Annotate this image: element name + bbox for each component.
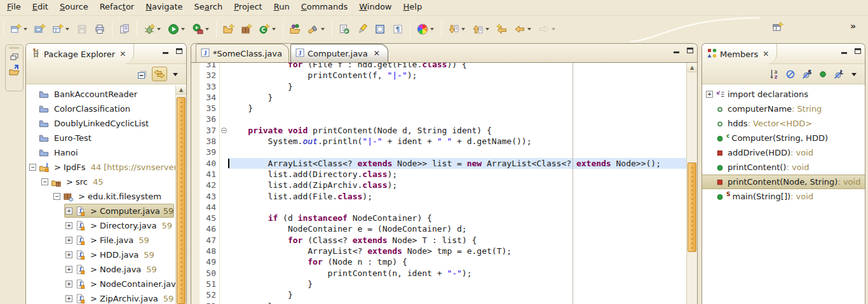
new-package-button[interactable]: [239, 22, 254, 37]
code-line-34[interactable]: 34 }: [191, 92, 686, 103]
tree-item-ipdfs[interactable]: −J> IpdFs44 [https://svnserver.i: [26, 160, 175, 175]
code-text[interactable]: }: [228, 81, 686, 92]
open-resource-perspective-icon[interactable]: [6, 64, 23, 76]
last-edit-location-button[interactable]: [494, 22, 510, 37]
member-item-adddrive-hdd-[interactable]: addDrive(HDD) : void: [702, 145, 865, 160]
menu-help[interactable]: Help: [398, 0, 428, 15]
code-text[interactable]: private void printContent(Node d, String…: [228, 125, 686, 136]
expand-node-icon[interactable]: +: [65, 266, 72, 273]
code-line-33[interactable]: 33 }: [191, 81, 686, 92]
code-line-43[interactable]: 43 list.add(File.class);: [191, 191, 686, 202]
editor-scrollbar[interactable]: ▲: [686, 63, 697, 304]
code-line-37[interactable]: 37− private void printContent(Node d, St…: [191, 125, 686, 136]
code-text[interactable]: for (Class<? extends Node> T : list) {: [228, 235, 686, 246]
dropdown-caret-icon[interactable]: [430, 28, 434, 32]
editor-tab-computer-java[interactable]: JComputer.java✕: [290, 44, 388, 62]
mark-occurrences-button[interactable]: [355, 22, 370, 37]
menu-run[interactable]: Run: [268, 0, 295, 15]
tree-item-nodecontainer-java[interactable]: +J> NodeContainer.java: [26, 277, 175, 291]
code-line-50[interactable]: 50 printContent(n, ident + "-");: [191, 268, 686, 279]
dropdown-caret-icon[interactable]: [527, 28, 531, 32]
tree-item-directory-java[interactable]: +J> Directory.java59: [26, 218, 175, 233]
collapse-fold-icon[interactable]: −: [221, 128, 227, 133]
tree-item-hdd-java[interactable]: +J> HDD.java59: [26, 248, 175, 262]
close-tab-icon[interactable]: ✕: [372, 49, 381, 58]
code-line-42[interactable]: 42 list.add(ZipArchiv.class);: [191, 180, 686, 190]
code-line-41[interactable]: 41 list.add(Directory.class);: [191, 169, 686, 180]
show-whitespace-button[interactable]: ¶: [390, 22, 405, 37]
code-line-45[interactable]: 45 if (d instanceof NodeContainer) {: [191, 213, 686, 223]
expand-node-icon[interactable]: +: [65, 281, 72, 287]
back-button[interactable]: [512, 22, 534, 37]
dropdown-caret-icon[interactable]: [205, 28, 209, 32]
dropdown-caret-icon[interactable]: [65, 28, 69, 32]
dropdown-caret-icon[interactable]: [461, 28, 465, 32]
next-annotation-button[interactable]: [446, 22, 468, 37]
expand-node-icon[interactable]: +: [65, 237, 72, 244]
code-text[interactable]: System.out.println("|-" + ident + " " + …: [228, 136, 686, 147]
tree-item-node-java[interactable]: +J> Node.java59: [26, 262, 175, 277]
code-text[interactable]: ArrayList<? extends Node> tmp = e.get(T)…: [228, 246, 686, 256]
new-button[interactable]: [8, 22, 30, 37]
run-button[interactable]: [166, 22, 187, 37]
member-item-computername[interactable]: computerName : String: [702, 102, 865, 116]
dropdown-caret-icon[interactable]: [552, 28, 555, 32]
member-item-computer-string-hdd-[interactable]: cComputer(String, HDD): [702, 131, 865, 145]
folding-margin[interactable]: −: [219, 125, 228, 136]
restore-view-button[interactable]: [6, 53, 23, 62]
code-text[interactable]: printContent(f, "|-");: [228, 70, 686, 81]
sort-button[interactable]: az: [767, 67, 781, 81]
view-menu-button[interactable]: [170, 68, 181, 81]
code-line-40[interactable]: 40 ArrayList<Class<? extends Node>> list…: [191, 158, 686, 169]
members-tab[interactable]: Members ✕: [702, 44, 777, 64]
tree-item-doublylinkedcycliclist[interactable]: DoublyLinkedCyclicList: [26, 116, 175, 131]
maximize-view-button[interactable]: [175, 48, 183, 56]
package-explorer-tab[interactable]: Package Explorer ✕: [26, 44, 134, 64]
tree-item-ziparchiv-java[interactable]: +J> ZipArchiv.java59: [26, 291, 175, 304]
menu-refactor[interactable]: Refactor: [94, 0, 140, 15]
tree-item-hanoi[interactable]: Hanoi: [26, 145, 175, 160]
tree-item-bankaccountreader[interactable]: BankAccountReader: [26, 87, 175, 102]
code-text[interactable]: [228, 114, 686, 124]
collapse-node-icon[interactable]: −: [29, 164, 36, 171]
expand-node-icon[interactable]: +: [65, 208, 72, 215]
code-line-38[interactable]: 38 System.out.println("|-" + ident + " "…: [191, 136, 686, 147]
hide-non-public-button[interactable]: [817, 67, 829, 81]
close-view-icon[interactable]: ✕: [118, 50, 127, 58]
minimize-view-button[interactable]: [161, 48, 170, 56]
dropdown-caret-icon[interactable]: [157, 28, 161, 32]
new-window-button[interactable]: [32, 22, 48, 37]
link-with-editor-button[interactable]: [152, 67, 167, 81]
menu-window[interactable]: Window: [353, 0, 397, 15]
code-line-49[interactable]: 49 for (Node n : tmp) {: [191, 256, 686, 267]
menu-search[interactable]: Search: [189, 0, 229, 15]
hide-local-types-button[interactable]: L: [832, 67, 846, 81]
open-perspective-button[interactable]: [770, 20, 785, 35]
toolbar-overflow-chevron[interactable]: »: [850, 21, 855, 31]
minimize-editor-button[interactable]: [672, 47, 681, 55]
tree-item-euro-test[interactable]: Euro-Test: [26, 131, 175, 145]
code-line-48[interactable]: 48 ArrayList<? extends Node> tmp = e.get…: [191, 246, 686, 256]
maximize-editor-button[interactable]: [686, 47, 694, 55]
code-text[interactable]: [228, 202, 686, 213]
menu-navigate[interactable]: Navigate: [140, 0, 188, 15]
member-item-hdds[interactable]: hdds : Vector<HDD>: [702, 116, 865, 131]
code-text[interactable]: }: [228, 103, 686, 114]
dropdown-caret-icon[interactable]: [485, 28, 489, 32]
menu-file[interactable]: File: [1, 0, 27, 15]
new-class-button[interactable]: C: [257, 22, 278, 37]
maximize-view-button[interactable]: [853, 48, 862, 56]
menu-commands[interactable]: Commands: [295, 0, 354, 15]
code-line-46[interactable]: 46 NodeContainer e = (NodeContainer) d;: [191, 223, 686, 234]
menu-edit[interactable]: Edit: [27, 0, 54, 15]
code-text[interactable]: NodeContainer e = (NodeContainer) d;: [228, 223, 686, 234]
code-text[interactable]: for (Node n : tmp) {: [228, 256, 686, 267]
menu-project[interactable]: Project: [228, 0, 268, 15]
member-item-main-string-[interactable]: Smain(String[]) : void: [702, 189, 865, 204]
code-line-44[interactable]: 44: [191, 202, 686, 213]
expand-node-icon[interactable]: +: [706, 91, 713, 98]
search-button[interactable]: [306, 22, 327, 37]
code-line-53[interactable]: 53 }: [191, 301, 686, 304]
fast-view-drag-handle[interactable]: [9, 47, 20, 49]
minimize-view-button[interactable]: [840, 48, 848, 56]
